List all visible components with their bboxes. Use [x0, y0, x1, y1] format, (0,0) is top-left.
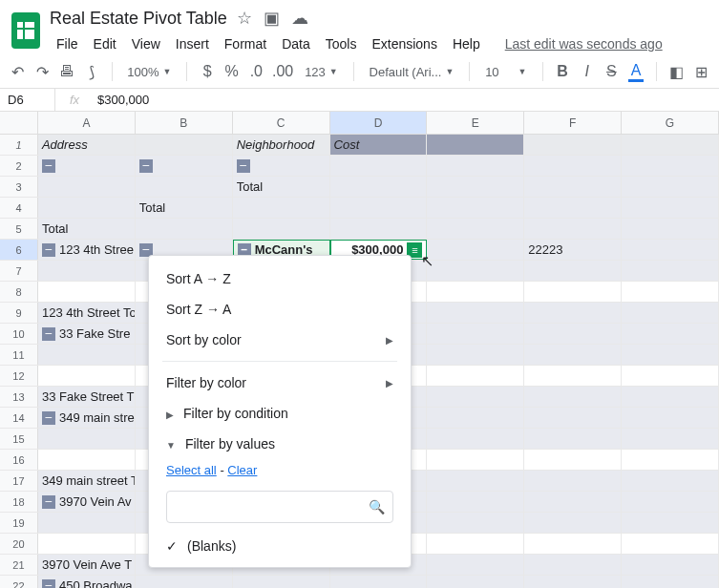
- cell[interactable]: [427, 555, 524, 575]
- filter-by-condition[interactable]: ▶Filter by condition: [149, 398, 411, 429]
- increase-decimal-icon[interactable]: .00: [272, 61, 293, 82]
- paint-format-icon[interactable]: ⟆: [83, 61, 100, 82]
- cell[interactable]: –: [233, 156, 330, 176]
- cell[interactable]: [524, 261, 622, 281]
- row-header[interactable]: 17: [0, 471, 38, 491]
- decrease-decimal-icon[interactable]: .0: [248, 61, 265, 82]
- cell[interactable]: [38, 177, 136, 197]
- cell[interactable]: –: [136, 156, 233, 176]
- cell[interactable]: [524, 198, 622, 218]
- cell[interactable]: [427, 576, 524, 588]
- filter-by-color[interactable]: Filter by color▶: [149, 368, 411, 398]
- filter-search-input[interactable]: [175, 499, 369, 514]
- spreadsheet-grid[interactable]: ABCDEFG 1AddressNeighborhoodCost2–––3Tot…: [0, 112, 719, 588]
- cell[interactable]: 22223: [524, 240, 622, 260]
- cell[interactable]: 349 main street T: [38, 471, 136, 491]
- cell[interactable]: [330, 219, 428, 239]
- row-header[interactable]: 21: [0, 555, 38, 575]
- row-header[interactable]: 22: [0, 576, 38, 588]
- cell[interactable]: [38, 450, 136, 470]
- menu-extensions[interactable]: Extensions: [365, 34, 443, 53]
- cell[interactable]: [427, 387, 524, 407]
- cell[interactable]: [427, 261, 524, 281]
- cell[interactable]: [427, 450, 524, 470]
- collapse-icon[interactable]: –: [42, 579, 55, 589]
- cell[interactable]: [524, 324, 622, 344]
- font-size-dropdown[interactable]: 10▼: [481, 63, 530, 81]
- number-format-dropdown[interactable]: 123▼: [301, 63, 342, 81]
- move-icon[interactable]: ▣: [264, 8, 280, 29]
- menu-insert[interactable]: Insert: [169, 34, 216, 53]
- cell[interactable]: [524, 135, 622, 155]
- print-icon[interactable]: 🖶: [58, 61, 75, 82]
- cell[interactable]: [524, 492, 622, 512]
- menu-data[interactable]: Data: [275, 34, 317, 53]
- redo-icon[interactable]: ↷: [34, 61, 52, 82]
- text-color-icon[interactable]: A: [627, 61, 645, 82]
- name-box[interactable]: D6: [0, 89, 55, 111]
- cell[interactable]: [136, 219, 233, 239]
- cell[interactable]: [38, 366, 136, 386]
- col-header[interactable]: B: [136, 112, 233, 134]
- cell[interactable]: [136, 576, 233, 588]
- cell[interactable]: 33 Fake Street T: [38, 387, 136, 407]
- row-header[interactable]: 18: [0, 492, 38, 512]
- cell[interactable]: [38, 513, 136, 533]
- cell[interactable]: [330, 576, 428, 588]
- cell[interactable]: [524, 156, 622, 176]
- cell[interactable]: Total: [136, 198, 233, 218]
- cell[interactable]: [427, 240, 524, 260]
- cell[interactable]: –: [38, 156, 136, 176]
- cell[interactable]: [427, 282, 524, 302]
- cell[interactable]: Total: [38, 219, 136, 239]
- cell[interactable]: [38, 345, 136, 365]
- collapse-icon[interactable]: –: [42, 159, 55, 173]
- cell[interactable]: [524, 219, 622, 239]
- percent-icon[interactable]: %: [223, 61, 241, 82]
- star-icon[interactable]: ☆: [237, 8, 252, 29]
- cell[interactable]: [427, 534, 524, 554]
- borders-icon[interactable]: ⊞: [692, 61, 709, 82]
- cell[interactable]: [427, 429, 524, 449]
- cell[interactable]: [524, 450, 622, 470]
- cell[interactable]: [622, 240, 719, 260]
- strike-icon[interactable]: S: [603, 61, 621, 82]
- row-header[interactable]: 8: [0, 282, 38, 302]
- cell[interactable]: –3970 Vein Av: [38, 492, 136, 512]
- collapse-icon[interactable]: –: [237, 159, 250, 173]
- cell[interactable]: [524, 345, 622, 365]
- cloud-icon[interactable]: ☁: [291, 8, 308, 29]
- filter-by-values[interactable]: ▼Filter by values: [149, 429, 411, 459]
- cell[interactable]: [233, 198, 330, 218]
- cell[interactable]: [330, 198, 428, 218]
- cell[interactable]: [427, 366, 524, 386]
- col-header[interactable]: E: [427, 112, 524, 134]
- cell[interactable]: [524, 534, 622, 554]
- cell[interactable]: [622, 366, 719, 386]
- cell[interactable]: [427, 324, 524, 344]
- cell[interactable]: [427, 135, 524, 155]
- cell[interactable]: [622, 534, 719, 554]
- collapse-icon[interactable]: –: [42, 327, 55, 341]
- cell[interactable]: [427, 345, 524, 365]
- cell[interactable]: [622, 345, 719, 365]
- cell[interactable]: [427, 219, 524, 239]
- fill-color-icon[interactable]: ◧: [668, 61, 686, 82]
- col-header[interactable]: F: [524, 112, 622, 134]
- cell[interactable]: [524, 471, 622, 491]
- formula-bar[interactable]: $300,000: [94, 93, 149, 107]
- cell[interactable]: –349 main stre: [38, 408, 136, 428]
- cell[interactable]: [136, 135, 233, 155]
- cell[interactable]: [622, 303, 719, 323]
- last-edit-link[interactable]: Last edit was seconds ago: [498, 34, 669, 53]
- cell[interactable]: [622, 282, 719, 302]
- cell[interactable]: [622, 198, 719, 218]
- cell[interactable]: Neighborhood: [233, 135, 330, 155]
- collapse-icon[interactable]: –: [42, 411, 55, 425]
- menu-tools[interactable]: Tools: [319, 34, 364, 53]
- cell[interactable]: [622, 576, 719, 588]
- menu-help[interactable]: Help: [446, 34, 487, 53]
- cell[interactable]: [38, 429, 136, 449]
- cell[interactable]: [622, 135, 719, 155]
- cell[interactable]: –123 4th Stree: [38, 240, 136, 260]
